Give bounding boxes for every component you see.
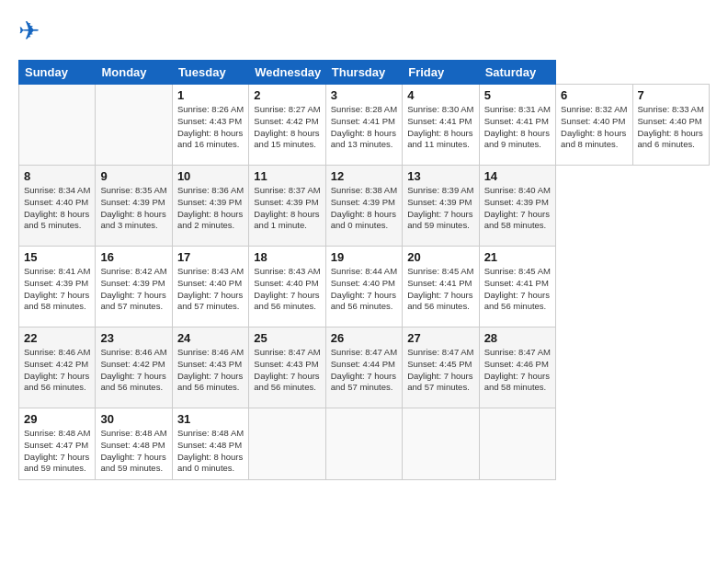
calendar: SundayMondayTuesdayWednesdayThursdayFrid… — [18, 60, 710, 480]
day-info: Sunrise: 8:33 AMSunset: 4:40 PMDaylight:… — [638, 104, 705, 151]
calendar-cell — [479, 408, 555, 480]
day-number: 13 — [407, 169, 473, 183]
day-info: Sunrise: 8:47 AMSunset: 4:45 PMDaylight:… — [407, 347, 473, 394]
day-number: 16 — [100, 250, 166, 264]
day-info: Sunrise: 8:43 AMSunset: 4:40 PMDaylight:… — [177, 266, 244, 313]
day-number: 23 — [100, 331, 166, 345]
calendar-cell: 28Sunrise: 8:47 AMSunset: 4:46 PMDayligh… — [479, 327, 555, 408]
day-info: Sunrise: 8:38 AMSunset: 4:39 PMDaylight:… — [331, 185, 397, 232]
calendar-cell: 6Sunrise: 8:32 AMSunset: 4:40 PMDaylight… — [556, 85, 632, 166]
day-info: Sunrise: 8:35 AMSunset: 4:39 PMDaylight:… — [100, 185, 166, 232]
day-number: 3 — [331, 88, 397, 102]
calendar-cell: 18Sunrise: 8:43 AMSunset: 4:40 PMDayligh… — [249, 247, 325, 327]
day-number: 19 — [331, 250, 397, 264]
calendar-cell: 30Sunrise: 8:48 AMSunset: 4:48 PMDayligh… — [96, 408, 172, 480]
day-info: Sunrise: 8:48 AMSunset: 4:48 PMDaylight:… — [100, 428, 166, 475]
calendar-cell: 4Sunrise: 8:30 AMSunset: 4:41 PMDaylight… — [403, 85, 479, 166]
day-number: 31 — [177, 412, 244, 426]
calendar-cell: 20Sunrise: 8:45 AMSunset: 4:41 PMDayligh… — [403, 247, 479, 327]
day-info: Sunrise: 8:31 AMSunset: 4:41 PMDaylight:… — [484, 104, 551, 151]
calendar-cell: 21Sunrise: 8:45 AMSunset: 4:41 PMDayligh… — [479, 247, 555, 327]
calendar-cell — [249, 408, 325, 480]
calendar-cell: 19Sunrise: 8:44 AMSunset: 4:40 PMDayligh… — [325, 247, 402, 327]
logo: ✈ — [18, 14, 57, 52]
calendar-cell: 17Sunrise: 8:43 AMSunset: 4:40 PMDayligh… — [172, 247, 248, 327]
day-number: 25 — [254, 331, 320, 345]
col-header-tuesday: Tuesday — [172, 61, 248, 85]
calendar-cell: 22Sunrise: 8:46 AMSunset: 4:42 PMDayligh… — [19, 327, 96, 408]
day-number: 6 — [561, 88, 627, 102]
day-info: Sunrise: 8:28 AMSunset: 4:41 PMDaylight:… — [331, 104, 397, 151]
day-info: Sunrise: 8:40 AMSunset: 4:39 PMDaylight:… — [484, 185, 551, 232]
day-info: Sunrise: 8:48 AMSunset: 4:48 PMDaylight:… — [177, 428, 244, 475]
calendar-cell: 13Sunrise: 8:39 AMSunset: 4:39 PMDayligh… — [403, 166, 479, 247]
day-info: Sunrise: 8:46 AMSunset: 4:42 PMDaylight:… — [24, 347, 90, 394]
day-number: 10 — [177, 169, 244, 183]
header: ✈ — [18, 14, 710, 52]
calendar-cell: 3Sunrise: 8:28 AMSunset: 4:41 PMDaylight… — [325, 85, 402, 166]
day-number: 11 — [254, 169, 320, 183]
logo-icon: ✈ — [18, 14, 53, 52]
day-number: 26 — [331, 331, 397, 345]
col-header-wednesday: Wednesday — [249, 61, 325, 85]
page: ✈ SundayMondayTuesdayWednesdayThursdayFr… — [0, 0, 728, 563]
day-number: 12 — [331, 169, 397, 183]
day-number: 4 — [407, 88, 473, 102]
calendar-cell: 1Sunrise: 8:26 AMSunset: 4:43 PMDaylight… — [172, 85, 248, 166]
day-info: Sunrise: 8:44 AMSunset: 4:40 PMDaylight:… — [331, 266, 397, 313]
calendar-cell: 25Sunrise: 8:47 AMSunset: 4:43 PMDayligh… — [249, 327, 325, 408]
day-info: Sunrise: 8:36 AMSunset: 4:39 PMDaylight:… — [177, 185, 244, 232]
day-number: 21 — [484, 250, 551, 264]
day-info: Sunrise: 8:32 AMSunset: 4:40 PMDaylight:… — [561, 104, 627, 151]
calendar-cell: 23Sunrise: 8:46 AMSunset: 4:42 PMDayligh… — [96, 327, 172, 408]
day-info: Sunrise: 8:45 AMSunset: 4:41 PMDaylight:… — [484, 266, 551, 313]
day-number: 22 — [24, 331, 90, 345]
day-info: Sunrise: 8:41 AMSunset: 4:39 PMDaylight:… — [24, 266, 90, 313]
day-number: 28 — [484, 331, 551, 345]
day-info: Sunrise: 8:47 AMSunset: 4:43 PMDaylight:… — [254, 347, 320, 394]
day-number: 2 — [254, 88, 320, 102]
day-info: Sunrise: 8:42 AMSunset: 4:39 PMDaylight:… — [100, 266, 166, 313]
calendar-cell: 12Sunrise: 8:38 AMSunset: 4:39 PMDayligh… — [325, 166, 402, 247]
day-info: Sunrise: 8:43 AMSunset: 4:40 PMDaylight:… — [254, 266, 320, 313]
day-number: 27 — [407, 331, 473, 345]
day-number: 14 — [484, 169, 551, 183]
day-info: Sunrise: 8:46 AMSunset: 4:42 PMDaylight:… — [100, 347, 166, 394]
col-header-friday: Friday — [403, 61, 479, 85]
day-number: 17 — [177, 250, 244, 264]
calendar-cell: 10Sunrise: 8:36 AMSunset: 4:39 PMDayligh… — [172, 166, 248, 247]
calendar-cell — [96, 85, 172, 166]
day-info: Sunrise: 8:48 AMSunset: 4:47 PMDaylight:… — [24, 428, 90, 475]
calendar-cell: 27Sunrise: 8:47 AMSunset: 4:45 PMDayligh… — [403, 327, 479, 408]
calendar-cell: 7Sunrise: 8:33 AMSunset: 4:40 PMDaylight… — [632, 85, 710, 166]
day-info: Sunrise: 8:46 AMSunset: 4:43 PMDaylight:… — [177, 347, 244, 394]
day-number: 18 — [254, 250, 320, 264]
calendar-cell — [403, 408, 479, 480]
day-number: 5 — [484, 88, 551, 102]
day-number: 7 — [638, 88, 705, 102]
col-header-sunday: Sunday — [19, 61, 96, 85]
calendar-cell: 26Sunrise: 8:47 AMSunset: 4:44 PMDayligh… — [325, 327, 402, 408]
calendar-cell: 5Sunrise: 8:31 AMSunset: 4:41 PMDaylight… — [479, 85, 555, 166]
calendar-cell: 31Sunrise: 8:48 AMSunset: 4:48 PMDayligh… — [172, 408, 248, 480]
day-info: Sunrise: 8:30 AMSunset: 4:41 PMDaylight:… — [407, 104, 473, 151]
col-header-thursday: Thursday — [325, 61, 402, 85]
day-info: Sunrise: 8:26 AMSunset: 4:43 PMDaylight:… — [177, 104, 244, 151]
calendar-cell: 11Sunrise: 8:37 AMSunset: 4:39 PMDayligh… — [249, 166, 325, 247]
day-info: Sunrise: 8:47 AMSunset: 4:46 PMDaylight:… — [484, 347, 551, 394]
day-number: 20 — [407, 250, 473, 264]
calendar-cell: 8Sunrise: 8:34 AMSunset: 4:40 PMDaylight… — [19, 166, 96, 247]
day-info: Sunrise: 8:27 AMSunset: 4:42 PMDaylight:… — [254, 104, 320, 151]
day-number: 15 — [24, 250, 90, 264]
calendar-cell: 24Sunrise: 8:46 AMSunset: 4:43 PMDayligh… — [172, 327, 248, 408]
day-number: 9 — [100, 169, 166, 183]
day-number: 24 — [177, 331, 244, 345]
col-header-saturday: Saturday — [479, 61, 555, 85]
calendar-cell: 15Sunrise: 8:41 AMSunset: 4:39 PMDayligh… — [19, 247, 96, 327]
calendar-cell: 2Sunrise: 8:27 AMSunset: 4:42 PMDaylight… — [249, 85, 325, 166]
day-number: 30 — [100, 412, 166, 426]
calendar-cell — [325, 408, 402, 480]
col-header-monday: Monday — [96, 61, 172, 85]
day-info: Sunrise: 8:37 AMSunset: 4:39 PMDaylight:… — [254, 185, 320, 232]
day-number: 1 — [177, 88, 244, 102]
